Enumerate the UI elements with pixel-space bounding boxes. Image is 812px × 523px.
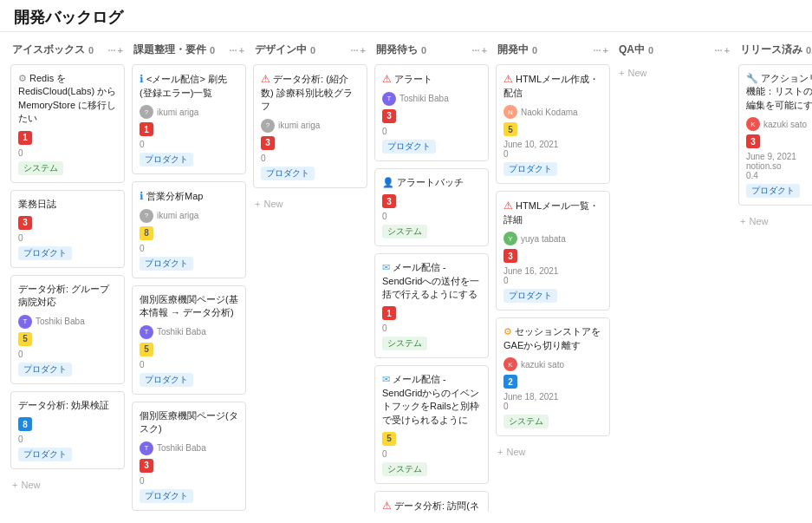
add-new-label: New xyxy=(263,199,283,209)
card-icebox-2[interactable]: データ分析: グループ病院対応TToshiki Baba 5 0プロダクト xyxy=(10,275,125,384)
card-title: ⚙ Redis を RedisCloud(Labs) から MemoryStor… xyxy=(18,72,117,126)
add-new-label: New xyxy=(506,447,525,457)
card-count: 0 xyxy=(140,140,238,149)
dots-icon-inprogress[interactable]: ··· xyxy=(593,45,601,56)
card-icebox-1[interactable]: 業務日誌 3 0プロダクト xyxy=(10,190,125,268)
plus-icon-icebox[interactable]: + xyxy=(118,45,123,56)
add-new-label: New xyxy=(627,68,646,78)
priority-badge: 3 xyxy=(140,459,153,473)
card-inprogress-0[interactable]: ⚠ HTMLメール作成・配信NNaoki Kodama 5 June 10, 2… xyxy=(496,64,610,184)
card-count: 0 xyxy=(140,360,238,369)
plus-icon-waiting[interactable]: + xyxy=(482,45,487,56)
dots-icon-designing[interactable]: ··· xyxy=(350,45,358,56)
card-title: データ分析: 効果検証 xyxy=(18,399,117,412)
card-stats: 5 xyxy=(18,332,117,346)
priority-badge: 5 xyxy=(503,122,517,136)
page-title: 開発バックログ xyxy=(14,7,798,28)
card-meta: ?ikumi ariga xyxy=(261,119,360,133)
card-tag: プロダクト xyxy=(503,162,557,176)
card-icebox-0[interactable]: ⚙ Redis を RedisCloud(Labs) から MemoryStor… xyxy=(10,64,125,183)
add-new-button-qa[interactable]: +New xyxy=(617,64,731,82)
add-new-button-designing[interactable]: +New xyxy=(253,195,367,212)
card-meta: TToshiki Baba xyxy=(18,315,117,329)
card-meta: Kkazuki sato xyxy=(746,117,812,131)
card-released-0[interactable]: 🔧 アクションリスト機能：リストの削除・編集を可能にするKkazuki sato… xyxy=(738,64,812,206)
card-tasks-1[interactable]: ℹ 営業分析Map?ikumi ariga 8 0プロダクト xyxy=(132,181,246,278)
column-header-qa: QA中 0 ··· + xyxy=(617,39,731,61)
priority-badge: 8 xyxy=(18,417,32,431)
priority-badge: 8 xyxy=(140,226,153,240)
page-header: 開発バックログ xyxy=(0,0,812,32)
card-tasks-0[interactable]: ℹ <メール配信> 刷先(登録エラー)一覧?ikumi ariga 1 0プロダ… xyxy=(132,64,246,174)
card-tag: プロダクト xyxy=(18,363,72,376)
plus-icon-inprogress[interactable]: + xyxy=(603,45,608,56)
card-stats: 8 xyxy=(18,417,117,431)
column-title-designing: デザイン中 xyxy=(255,42,307,57)
priority-badge: 3 xyxy=(382,194,396,208)
card-stats: 3 xyxy=(261,136,360,150)
card-count: 0 xyxy=(140,476,238,486)
add-new-button-released[interactable]: +New xyxy=(738,212,812,230)
card-waiting-1[interactable]: 👤 アラートバッチ 3 0システム xyxy=(374,168,489,246)
card-title: ⚠ データ分析: 訪問(ネストアクション設定率, 医師面談設定率) xyxy=(382,499,481,512)
card-title: 業務日誌 xyxy=(18,198,117,211)
author-name: Toshiki Baba xyxy=(157,443,206,453)
card-tasks-2[interactable]: 個別医療機関ページ(基本情報 → データ分析)TToshiki Baba 5 0… xyxy=(132,285,246,395)
dots-icon-qa[interactable]: ··· xyxy=(714,45,722,56)
card-title: ⚠ HTMLメール作成・配信 xyxy=(503,72,602,100)
plus-add-icon: + xyxy=(12,480,17,490)
plus-add-icon: + xyxy=(497,447,503,457)
dots-icon-waiting[interactable]: ··· xyxy=(471,45,479,56)
card-waiting-3[interactable]: ✉ メール配信 - SendGridからのイベントフックをRailsと別枠で受け… xyxy=(374,365,489,484)
avatar: Y xyxy=(503,232,517,245)
priority-badge: 1 xyxy=(18,131,32,145)
column-actions-icebox[interactable]: ··· + xyxy=(107,45,123,56)
card-waiting-0[interactable]: ⚠ アラートTToshiki Baba 3 0プロダクト xyxy=(374,64,489,161)
column-actions-inprogress[interactable]: ··· + xyxy=(593,45,608,56)
plus-icon-qa[interactable]: + xyxy=(724,45,730,56)
column-actions-tasks[interactable]: ··· + xyxy=(229,45,244,56)
card-designing-0[interactable]: ⚠ データ分析: (紹介数) 診療科別比較グラフ?ikumi ariga 3 0… xyxy=(253,64,367,188)
card-tag: システム xyxy=(382,337,427,350)
column-actions-designing[interactable]: ··· + xyxy=(350,45,366,56)
column-count-released: 0.4 xyxy=(806,45,812,56)
card-stats: 1 xyxy=(18,131,117,145)
column-actions-waiting[interactable]: ··· + xyxy=(471,45,487,56)
column-actions-qa[interactable]: ··· + xyxy=(714,45,730,56)
card-tag: プロダクト xyxy=(140,153,193,167)
column-header-icebox: アイスボックス 0 ··· + xyxy=(10,39,125,61)
card-tag: プロダクト xyxy=(140,373,193,387)
card-inprogress-1[interactable]: ⚠ HTMLメール一覧・詳細Yyuya tabata 3 June 16, 20… xyxy=(496,191,610,311)
card-count: 0 xyxy=(503,276,602,285)
card-icebox-3[interactable]: データ分析: 効果検証 8 0プロダクト xyxy=(10,391,125,469)
plus-add-icon: + xyxy=(740,216,745,226)
card-tag: プロダクト xyxy=(140,257,193,271)
card-waiting-4[interactable]: ⚠ データ分析: 訪問(ネストアクション設定率, 医師面談設定率) 2 noti… xyxy=(374,491,489,512)
author-name: Toshiki Baba xyxy=(157,327,206,337)
column-title-waiting: 開発待ち xyxy=(376,42,418,57)
card-inprogress-2[interactable]: ⚙ セッションストアをGAEから切り離すKkazuki sato 2 June … xyxy=(496,317,610,436)
author-name: yuya tabata xyxy=(521,234,566,244)
priority-badge: 3 xyxy=(503,249,517,263)
plus-icon-tasks[interactable]: + xyxy=(239,45,244,56)
column-header-released: リリース済み 0.4 ··· + xyxy=(738,39,812,61)
avatar: K xyxy=(746,117,760,131)
card-waiting-2[interactable]: ✉ メール配信 - SendGridへの送付を一括で行えるようにする 1 0シス… xyxy=(374,253,489,358)
plus-icon-designing[interactable]: + xyxy=(361,45,366,56)
plus-add-icon: + xyxy=(619,68,624,78)
add-new-button-inprogress[interactable]: +New xyxy=(496,443,610,461)
add-new-button-icebox[interactable]: +New xyxy=(10,476,125,494)
card-meta: TToshiki Baba xyxy=(140,325,238,339)
card-tasks-3[interactable]: 個別医療機関ページ(タスク)TToshiki Baba 3 0プロダクト xyxy=(132,402,246,511)
card-count: 0 xyxy=(382,449,481,459)
card-meta: NNaoki Kodama xyxy=(503,105,602,119)
card-stats: 3 xyxy=(382,109,481,123)
card-stats: 3 xyxy=(746,134,812,148)
priority-badge: 5 xyxy=(18,332,32,346)
dots-icon-icebox[interactable]: ··· xyxy=(107,45,115,56)
column-tasks: 課題整理・要件 0 ··· + ℹ <メール配信> 刷先(登録エラー)一覧?ik… xyxy=(132,39,246,505)
card-title: ✉ メール配信 - SendGridからのイベントフックをRailsと別枠で受け… xyxy=(382,373,481,427)
dots-icon-tasks[interactable]: ··· xyxy=(229,45,237,56)
column-count-waiting: 0 xyxy=(421,45,426,56)
board: アイスボックス 0 ··· + ⚙ Redis を RedisCloud(Lab… xyxy=(0,32,812,512)
